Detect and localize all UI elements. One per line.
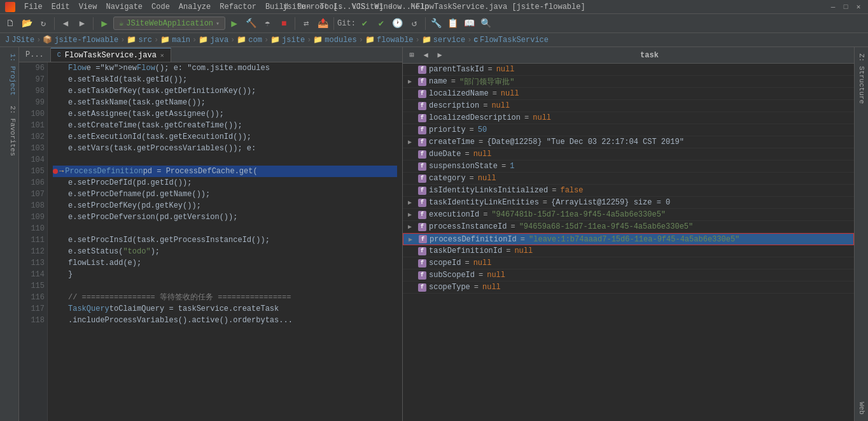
new-file-button[interactable]: 🗋 [3,16,18,31]
var-row-description[interactable]: f description = null [403,100,854,112]
var-value-parentTaskId: null [496,65,515,74]
var-name-dueDate: dueDate [429,150,461,159]
breadcrumb-jsite[interactable]: J JSite [5,36,34,45]
var-badge-dueDate: f [418,150,426,159]
breadcrumb-java[interactable]: 📁 java [199,35,228,45]
run-config-selector[interactable]: ☕ JSiteWebApplication ▾ [113,17,225,30]
var-row-taskDefinitionId[interactable]: f taskDefinitionId = null [403,245,854,257]
side-tab-favorites[interactable]: 2: Favorites [1,102,18,160]
var-row-processInstanceId[interactable]: f processInstanceId = "94659a68-15d7-11e… [403,221,854,233]
title-bar: File Edit View Navigate Code Analyze Ref… [0,0,868,14]
breadcrumb-com[interactable]: 📁 com [237,35,262,45]
editor-tab-main[interactable]: C FlowTaskService.java ✕ [51,48,171,62]
maximize-button[interactable]: □ [841,3,850,11]
side-tab-structure[interactable]: Z: Structure [857,50,867,108]
toolbar-sep-5 [425,17,426,30]
app-logo [5,2,15,12]
code-area[interactable]: Flow e = "kw">new Flow(); e: "com.jsite.… [48,62,402,421]
var-badge-scopeId: f [418,259,426,268]
code-line-106: e.setProcDefId(pd.getId()); [53,177,397,189]
var-row-executionId[interactable]: f executionId = "9467481b-15d7-11ea-9f45… [403,209,854,221]
git-revert-button[interactable]: ↺ [407,16,422,31]
editor-container: P... C FlowTaskService.java ✕ 9697989910… [19,47,402,421]
bookmarks-button[interactable]: 📖 [462,16,477,31]
run-button[interactable]: ▶ [97,16,112,31]
var-expand-processDefinitionId[interactable] [409,236,416,243]
var-row-createTime[interactable]: f createTime = {Date@12258} "Tue Dec 03 … [403,136,854,148]
search-button[interactable]: 🔍 [479,16,494,31]
debug-run-button[interactable]: ▶ [227,16,242,31]
var-expand-processInstanceId[interactable] [408,223,416,231]
var-row-scopeType[interactable]: f scopeType = null [403,282,854,294]
tab-close-button[interactable]: ✕ [160,52,164,59]
refresh-button[interactable]: ↻ [36,16,51,31]
var-name-scopeId: scopeId [429,259,461,268]
tasks-button[interactable]: 📋 [445,16,461,31]
var-row-suspensionState[interactable]: f suspensionState = 1 [403,161,854,173]
forward-button[interactable]: ▶ [74,16,90,31]
var-name-localizedDescription: localizedDescription [429,113,521,122]
var-row-processDefinitionId[interactable]: f processDefinitionId = "leave:1:b74aaad… [403,233,854,245]
side-tab-web[interactable]: Web [857,398,867,418]
build-button[interactable]: 🔨 [243,16,258,31]
menu-file[interactable]: File [20,1,46,13]
var-eq-executionId: = [483,210,487,219]
breadcrumb-modules[interactable]: 📁 modules [313,35,356,45]
var-badge-isIdentityLinksInitialized: f [418,187,426,195]
sync-button[interactable]: ⇄ [298,16,314,31]
git-history-button[interactable]: 🕐 [390,16,405,31]
var-row-subScopeId[interactable]: f subScopeId = null [403,269,854,282]
side-tab-project[interactable]: 1: Project [1,50,18,99]
deploy-button[interactable]: 📤 [315,16,330,31]
open-button[interactable]: 📂 [19,16,34,31]
menu-refactor[interactable]: Refactor [216,1,260,13]
var-row-isIdentityLinksInitialized[interactable]: f isIdentityLinksInitialized = false [403,185,854,197]
debug-forward-button[interactable]: ▶ [433,49,446,62]
menu-analyze[interactable]: Analyze [175,1,214,13]
breadcrumb-service[interactable]: 📁 service [422,35,465,45]
var-row-category[interactable]: f category = null [403,173,854,185]
breadcrumb-class[interactable]: C FlowTaskService [473,36,549,45]
debug-copy-button[interactable]: ⊞ [405,49,418,62]
menu-code[interactable]: Code [148,1,174,13]
menu-view[interactable]: View [75,1,101,13]
close-button[interactable]: ✕ [854,3,863,11]
minimize-button[interactable]: — [829,3,837,11]
var-value-suspensionState: 1 [510,162,514,171]
var-expand-taskIdentityLinkEntities[interactable] [408,199,416,206]
settings-button[interactable]: 🔧 [429,16,444,31]
var-expand-executionId[interactable] [408,211,416,218]
var-row-priority[interactable]: f priority = 50 [403,124,854,136]
breadcrumb-main[interactable]: 📁 main [160,35,190,45]
git-check-button[interactable]: ✔ [357,16,372,31]
debug-back-button[interactable]: ◀ [419,49,432,62]
java-icon: 📁 [199,35,208,45]
var-name-scopeType: scopeType [429,283,470,292]
var-row-taskIdentityLinkEntities[interactable]: f taskIdentityLinkEntities = {ArrayList@… [403,197,854,209]
breadcrumb-jsite-flowable[interactable]: 📦 jsite-flowable [43,35,118,45]
var-badge-createTime: f [418,138,426,146]
back-button[interactable]: ◀ [58,16,73,31]
var-row-dueDate[interactable]: f dueDate = null [403,148,854,161]
var-name-processDefinitionId: processDefinitionId [430,235,517,244]
code-line-113: flowList.add(e); [53,257,397,269]
var-expand-name[interactable] [408,78,416,85]
code-line-110 [53,223,397,234]
menu-edit[interactable]: Edit [48,1,74,13]
var-row-scopeId[interactable]: f scopeId = null [403,257,854,269]
var-value-description: null [491,101,510,110]
var-row-parentTaskId[interactable]: f parentTaskId = null [403,64,854,76]
breadcrumb-jsite2[interactable]: 📁 jsite [270,35,305,45]
var-expand-createTime[interactable] [408,138,416,146]
var-row-name[interactable]: f name = "部门领导审批" [403,76,854,88]
git-update-button[interactable]: ✔ [374,16,389,31]
var-row-localizedName[interactable]: f localizedName = null [403,88,854,100]
breadcrumb-flowable[interactable]: 📁 flowable [365,35,414,45]
var-row-localizedDescription[interactable]: f localizedDescription = null [403,112,854,124]
menu-navigate[interactable]: Navigate [102,1,146,13]
coverage-button[interactable]: ☂ [260,16,275,31]
breadcrumb-src[interactable]: 📁 src [127,35,152,45]
editor-tab-project[interactable]: P... [19,48,51,62]
stop-button[interactable]: ■ [276,16,291,31]
var-name-priority: priority [429,125,466,134]
